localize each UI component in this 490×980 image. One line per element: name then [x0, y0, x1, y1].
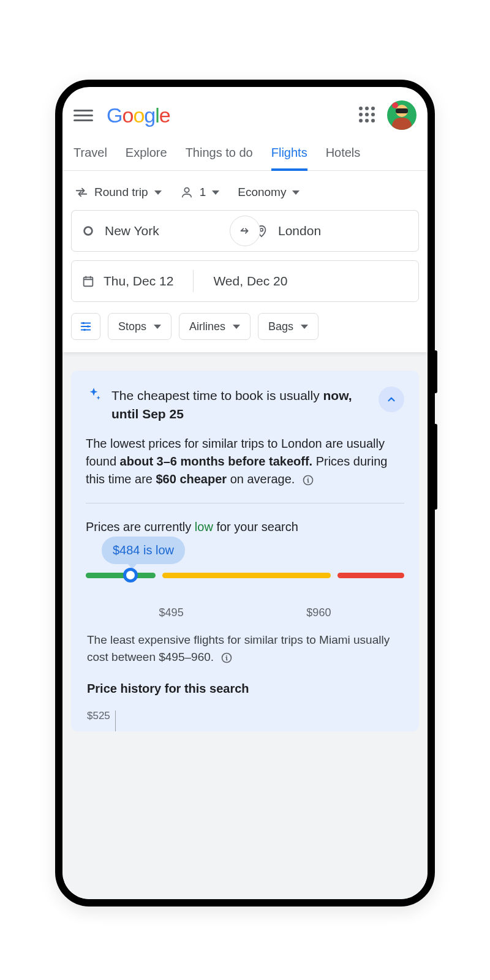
chip-label: Bags [268, 320, 293, 333]
chevron-down-icon [154, 190, 162, 195]
avatar[interactable] [387, 100, 417, 130]
tab-things-to-do[interactable]: Things to do [186, 146, 253, 170]
price-insight-card: The cheapest time to book is usually now… [71, 371, 419, 731]
filter-chip-stops[interactable]: Stops [108, 313, 172, 340]
history-axis-line [115, 710, 116, 731]
results-area: The cheapest time to book is usually now… [62, 352, 428, 899]
filter-chip-bags[interactable]: Bags [258, 313, 318, 340]
depart-date-label: Thu, Dec 12 [104, 274, 173, 288]
chevron-down-icon [212, 190, 219, 195]
chip-label: Airlines [189, 320, 225, 333]
tab-flights[interactable]: Flights [271, 146, 307, 171]
calendar-icon [81, 274, 95, 288]
gauge-typical-segment [162, 573, 331, 578]
chevron-down-icon [154, 325, 161, 329]
swap-icon [238, 224, 252, 238]
apps-grid-icon[interactable] [359, 107, 376, 124]
gauge-indicator [123, 568, 138, 582]
origin-field[interactable]: New York [71, 210, 245, 252]
history-y-tick: $525 [87, 709, 110, 724]
gauge-tick-low: $495 [159, 605, 184, 620]
svg-point-2 [260, 228, 263, 232]
person-icon [180, 186, 194, 199]
swap-horiz-icon [75, 186, 88, 199]
insight-body: The lowest prices for similar trips to L… [86, 435, 404, 488]
location-row: New York London [71, 210, 419, 252]
destination-field[interactable]: London [245, 210, 419, 252]
gauge-high-segment [337, 573, 404, 578]
divider [86, 503, 404, 503]
svg-point-0 [184, 188, 189, 192]
tab-explore[interactable]: Explore [126, 146, 167, 170]
svg-rect-3 [84, 277, 93, 287]
chevron-down-icon [233, 325, 240, 329]
price-status-text: Prices are currently low for your search [86, 518, 404, 536]
collapse-button[interactable] [379, 386, 404, 412]
google-logo[interactable]: Google [107, 104, 170, 127]
gauge-tick-high: $960 [306, 605, 331, 620]
menu-icon[interactable] [74, 107, 93, 124]
cabin-class-selector[interactable]: Economy [238, 186, 300, 199]
price-status-word: low [195, 520, 213, 533]
svg-point-1 [85, 227, 92, 235]
app-header: Google [62, 87, 428, 135]
price-gauge: $484 is low [86, 567, 404, 585]
flight-search-card: Round trip 1 Economy New York [62, 171, 428, 352]
passengers-selector[interactable]: 1 [180, 186, 220, 199]
price-bubble: $484 is low [102, 537, 185, 564]
filter-chip-airlines[interactable]: Airlines [179, 313, 251, 340]
swap-locations-button[interactable] [230, 216, 260, 246]
date-divider [193, 270, 194, 292]
sparkle-icon [86, 386, 102, 402]
chevron-up-icon [386, 394, 397, 405]
svg-point-4 [83, 322, 85, 325]
destination-label: London [278, 224, 321, 238]
phone-frame: Google Travel Explore Things to do Fligh… [55, 80, 435, 907]
price-history-title: Price history for this search [87, 680, 403, 698]
trip-options-row: Round trip 1 Economy [71, 181, 419, 210]
svg-point-5 [87, 325, 89, 328]
tune-icon [79, 320, 92, 333]
info-icon[interactable] [302, 474, 314, 486]
info-icon[interactable] [221, 652, 233, 664]
svg-point-6 [83, 329, 86, 331]
return-date-label: Wed, Dec 20 [213, 274, 287, 288]
chevron-down-icon [301, 325, 308, 329]
origin-label: New York [105, 224, 159, 238]
gauge-low-segment [86, 573, 156, 578]
phone-side-button [434, 424, 437, 510]
tab-travel[interactable]: Travel [74, 146, 107, 170]
insight-title: The cheapest time to book is usually now… [111, 386, 369, 424]
nav-tabs: Travel Explore Things to do Flights Hote… [62, 135, 428, 171]
circle-icon [81, 224, 95, 238]
trip-type-selector[interactable]: Round trip [75, 186, 162, 199]
price-history-chart: $525 [87, 709, 403, 731]
gauge-ticks: $495 $960 [86, 605, 404, 620]
chip-label: Stops [118, 320, 146, 333]
trip-type-label: Round trip [94, 186, 148, 199]
insight-title-text: The cheapest time to book is usually [111, 388, 323, 402]
date-range-field[interactable]: Thu, Dec 12 Wed, Dec 20 [71, 260, 419, 302]
all-filters-button[interactable] [71, 313, 100, 340]
screen: Google Travel Explore Things to do Fligh… [62, 87, 428, 899]
passengers-count: 1 [200, 186, 206, 199]
cabin-class-label: Economy [238, 186, 286, 199]
chevron-down-icon [292, 190, 300, 195]
phone-side-button [434, 350, 437, 393]
price-range-note: The least expensive flights for similar … [87, 631, 403, 665]
tab-hotels[interactable]: Hotels [326, 146, 361, 170]
filter-chips-row: Stops Airlines Bags [71, 313, 419, 340]
